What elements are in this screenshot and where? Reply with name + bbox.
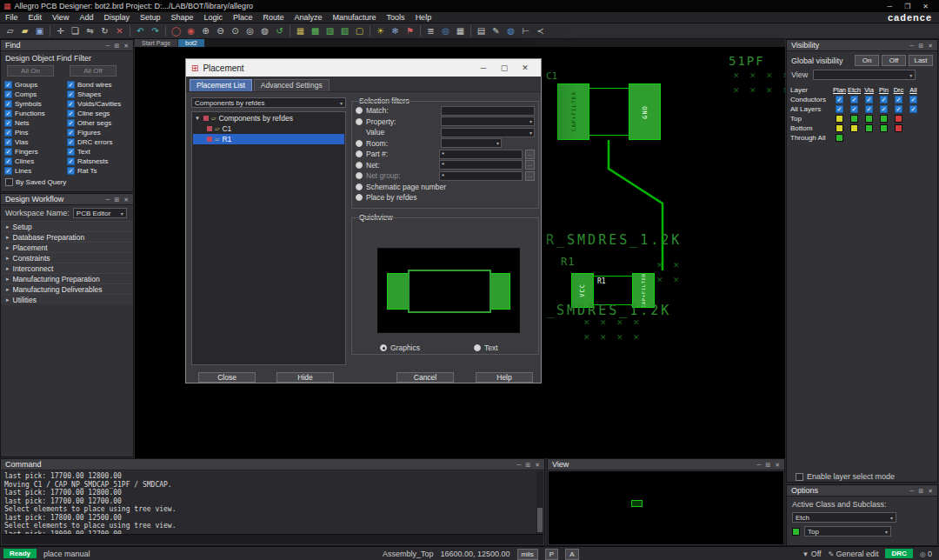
workflow-item-manufacturing-preparation[interactable]: ▸Manufacturing Preparation bbox=[1, 273, 133, 283]
workflow-item-constraints[interactable]: ▸Constraints bbox=[1, 252, 133, 263]
find-filter-drc-errors[interactable]: ✓DRC errors bbox=[67, 138, 130, 146]
toolbar-rats-all-button[interactable]: ▩ bbox=[309, 24, 322, 37]
close-button[interactable]: ✕ bbox=[922, 3, 929, 10]
layer-color-swatch[interactable] bbox=[880, 115, 888, 123]
minimize-button[interactable]: ─ bbox=[909, 40, 914, 51]
match-input[interactable] bbox=[441, 106, 535, 116]
layer-color-swatch[interactable] bbox=[850, 115, 858, 123]
all-on-button[interactable]: All On bbox=[7, 65, 54, 77]
close-button[interactable]: ✕ bbox=[123, 40, 129, 51]
layer-color-swatch[interactable] bbox=[880, 124, 888, 132]
find-filter-clines[interactable]: ✓Clines bbox=[4, 157, 67, 165]
column-header-all[interactable]: All bbox=[906, 86, 921, 94]
toolbar-new-drawing-button[interactable]: ▱ bbox=[3, 24, 17, 37]
minimize-button[interactable]: ─ bbox=[909, 485, 914, 497]
hide-button[interactable]: Hide bbox=[276, 372, 334, 383]
schematic-page-radio[interactable] bbox=[356, 183, 363, 190]
toolbar-zoom-in-button[interactable]: ⊕ bbox=[199, 24, 212, 37]
menu-route[interactable]: Route bbox=[258, 13, 290, 22]
find-filter-rat-ts[interactable]: ✓Rat Ts bbox=[67, 167, 130, 175]
visibility-checkbox[interactable]: ✓ bbox=[909, 105, 917, 113]
toolbar-assign-color-button[interactable]: ▢ bbox=[353, 24, 366, 37]
dock-button[interactable]: ⊞ bbox=[114, 40, 119, 51]
property-radio[interactable] bbox=[356, 118, 363, 125]
toolbar-help-chat-button[interactable]: ◍ bbox=[504, 24, 517, 37]
menu-logic[interactable]: Logic bbox=[198, 13, 228, 22]
toolbar-copy-button[interactable]: ❏ bbox=[69, 24, 82, 37]
visibility-checkbox[interactable]: ✓ bbox=[895, 96, 902, 103]
menu-view[interactable]: View bbox=[47, 13, 74, 22]
workflow-panel-title-bar[interactable]: Design Workflow ─⊞✕ bbox=[1, 194, 133, 205]
graphics-radio[interactable] bbox=[380, 344, 387, 351]
menu-add[interactable]: Add bbox=[74, 13, 98, 22]
enable-layer-select-toggle[interactable]: Enable layer select mode bbox=[796, 472, 895, 481]
command-input[interactable] bbox=[2, 534, 543, 544]
toolbar-waive-drc-button[interactable]: ⚑ bbox=[403, 24, 416, 37]
layer-color-swatch[interactable] bbox=[865, 115, 873, 123]
toolbar-highlight-button[interactable]: ☀ bbox=[374, 24, 387, 37]
visibility-checkbox[interactable]: ✓ bbox=[836, 96, 843, 103]
toolbar-move-button[interactable]: ✛ bbox=[54, 24, 67, 37]
text-radio[interactable] bbox=[474, 344, 481, 351]
workflow-item-placement[interactable]: ▸Placement bbox=[1, 242, 133, 252]
view-panel-title-bar[interactable]: View ─⊞✕ bbox=[548, 459, 784, 470]
toolbar-color192-button[interactable]: ▨ bbox=[323, 24, 336, 37]
dock-button[interactable]: ⊞ bbox=[114, 194, 119, 205]
net-group-radio[interactable] bbox=[356, 172, 363, 179]
visibility-checkbox[interactable]: ✓ bbox=[865, 96, 873, 103]
visibility-checkbox[interactable]: ✓ bbox=[865, 105, 873, 113]
command-log[interactable]: last pick: 17700.00 12800.00Moving C1 / … bbox=[2, 471, 536, 534]
find-filter-pins[interactable]: ✓Pins bbox=[4, 129, 67, 137]
components-by-refdes-select[interactable]: Components by refdes bbox=[191, 97, 346, 108]
column-header-pin[interactable]: Pin bbox=[876, 86, 891, 94]
toolbar-shell-button[interactable]: ▤ bbox=[475, 24, 488, 37]
dock-button[interactable]: ⊞ bbox=[918, 40, 923, 51]
toolbar-dehighlight-button[interactable]: ❄ bbox=[389, 24, 402, 37]
layer-color-swatch[interactable] bbox=[836, 124, 843, 132]
global-on-button[interactable]: On bbox=[855, 55, 879, 66]
view-select[interactable] bbox=[813, 70, 916, 80]
layer-color-swatch[interactable] bbox=[895, 115, 902, 123]
minimize-button[interactable]: ─ bbox=[105, 194, 110, 205]
column-header-drc[interactable]: Drc bbox=[891, 86, 906, 94]
by-saved-query-toggle[interactable]: By Saved Query bbox=[1, 175, 133, 186]
workspace-select[interactable]: PCB Editor bbox=[73, 208, 127, 218]
menu-analyze[interactable]: Analyze bbox=[290, 13, 328, 22]
toolbar-redraw-button[interactable]: ↺ bbox=[273, 24, 286, 37]
minimize-button[interactable]: ─ bbox=[516, 459, 521, 470]
find-panel-title-bar[interactable]: Find ─⊞✕ bbox=[1, 40, 133, 51]
graphics-option[interactable]: Graphics bbox=[380, 343, 420, 352]
net-browse-button[interactable]: … bbox=[525, 160, 535, 170]
visibility-checkbox[interactable]: ✓ bbox=[895, 105, 902, 113]
super-filter-state[interactable]: Off bbox=[811, 550, 822, 558]
workflow-item-utilities[interactable]: ▸Utilities bbox=[1, 294, 133, 304]
menu-shape[interactable]: Shape bbox=[165, 13, 198, 22]
room-radio[interactable] bbox=[356, 140, 363, 147]
r1-body[interactable]: R1 bbox=[593, 276, 633, 305]
find-filter-lines[interactable]: ✓Lines bbox=[4, 167, 67, 175]
placement-tree[interactable]: ▼▱Components by refdes▱C1▱R1 bbox=[191, 111, 346, 365]
close-button[interactable]: ✕ bbox=[535, 459, 540, 470]
toolbar-grid-toggle-button[interactable]: ▦ bbox=[454, 24, 467, 37]
match-radio[interactable] bbox=[356, 107, 363, 114]
part-radio[interactable] bbox=[356, 150, 363, 157]
tree-item-r1[interactable]: ▱R1 bbox=[193, 134, 344, 144]
drc-status-badge[interactable]: DRC bbox=[885, 549, 912, 558]
column-header-plan[interactable]: Plan bbox=[832, 86, 847, 94]
c1-body[interactable] bbox=[589, 88, 629, 136]
view-minimap[interactable] bbox=[549, 471, 783, 544]
find-filter-symbols[interactable]: ✓Symbols bbox=[4, 100, 67, 108]
visibility-checkbox[interactable]: ✓ bbox=[836, 105, 843, 113]
subclass-color-swatch[interactable] bbox=[792, 528, 800, 536]
find-filter-bond-wires[interactable]: ✓Bond wires bbox=[67, 81, 130, 89]
p-button[interactable]: P bbox=[545, 549, 558, 560]
visibility-checkbox[interactable]: ✓ bbox=[880, 105, 888, 113]
close-button[interactable]: ✕ bbox=[123, 194, 129, 205]
menu-display[interactable]: Display bbox=[98, 13, 135, 22]
menu-file[interactable]: File bbox=[0, 13, 23, 22]
global-last-button[interactable]: Last bbox=[909, 55, 933, 66]
minimize-button[interactable]: ─ bbox=[105, 40, 110, 51]
toolbar-visibility-toggle-button[interactable]: ◎ bbox=[439, 24, 452, 37]
layer-color-swatch[interactable] bbox=[865, 124, 873, 132]
units-button[interactable]: mils bbox=[517, 549, 538, 560]
